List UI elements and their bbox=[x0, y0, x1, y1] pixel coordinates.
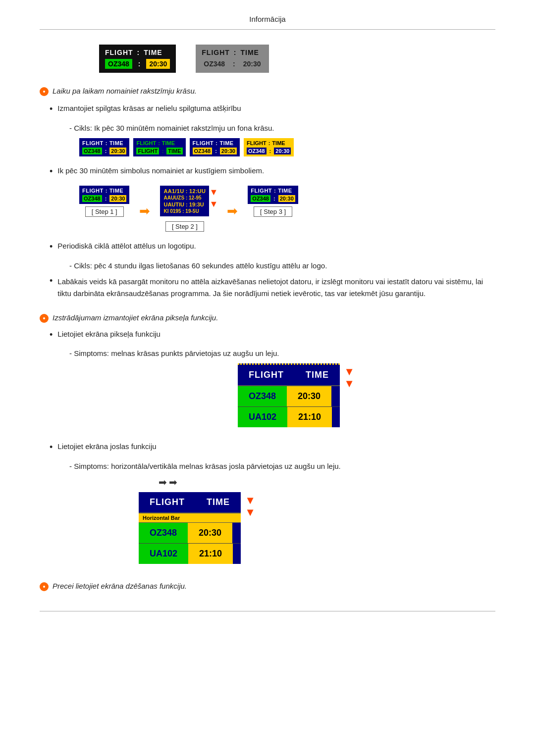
step1-oz: OZ348 bbox=[82, 195, 102, 202]
pixel-hdr-flight: FLIGHT bbox=[238, 365, 295, 385]
c4-d2: 20:30 bbox=[274, 148, 291, 154]
step2-row2: AAUUZS : 12-95 bbox=[163, 195, 206, 201]
step1-t: 20:30 bbox=[109, 195, 126, 202]
c2-d2: TIME bbox=[166, 148, 182, 154]
c1-h2: TIME bbox=[109, 140, 123, 146]
arr1: ➡ bbox=[159, 476, 167, 488]
fd-dark-flight-label: FLIGHT bbox=[105, 49, 133, 56]
step2-label: [ Step 2 ] bbox=[165, 221, 204, 232]
fd-dark-colon: : bbox=[137, 49, 140, 56]
step2-row1: AA1/1U : 12:UU bbox=[163, 188, 206, 194]
pixel-ua: UA102 bbox=[238, 407, 287, 427]
notice-1-text: Laiku pa laikam nomainiet rakstzīmju krā… bbox=[53, 87, 197, 95]
pixel-oz: OZ348 bbox=[238, 386, 287, 406]
hbar-t: 20:30 bbox=[188, 523, 232, 543]
bullet-1-text: Izmantojiet spilgtas krāsas ar nelielu s… bbox=[57, 104, 241, 112]
notice-3-text: Precei lietojiet ekrāna dzēšanas funkcij… bbox=[53, 582, 187, 590]
step-3-box: FLIGHT : TIME OZ348 : 20:30 [ Step 3 ] bbox=[248, 186, 298, 217]
pixel-t2: 21:10 bbox=[287, 407, 332, 427]
c3-d2: 20:30 bbox=[220, 148, 237, 154]
cycle-fd-2: FLIGHT:TIME FLIGHT : TIME bbox=[133, 138, 185, 156]
fd-gray-flight-num: OZ348 bbox=[202, 59, 227, 69]
c1-h1: FLIGHT bbox=[82, 140, 104, 146]
hbar-section: ▼ ▼ FLIGHT TIME Horizontal Bar OZ348 20:… bbox=[139, 492, 241, 564]
page-divider bbox=[40, 611, 495, 611]
pixel-hdr-time: TIME bbox=[295, 365, 340, 385]
step-2-box: AA1/1U : 12:UU AAUUZS : 12-95 UAUTIU : 1… bbox=[160, 186, 209, 232]
c1-d2: 20:30 bbox=[109, 148, 126, 154]
arrow-pair: ➡ ➡ bbox=[40, 476, 495, 488]
sub-text-5: - Simptoms: melnas krāsas punkts pārviet… bbox=[40, 349, 495, 357]
step2-display: AA1/1U : 12:UU AAUUZS : 12-95 UAUTIU : 1… bbox=[160, 186, 209, 216]
step2-row4: KI 0195 : 19-5U bbox=[163, 208, 206, 214]
fd-gray-time-label: TIME bbox=[241, 49, 259, 56]
notice-icon-1 bbox=[40, 87, 49, 96]
hbar-t2: 21:10 bbox=[188, 544, 233, 564]
step-arrow-2: ➡ bbox=[227, 204, 238, 217]
step-arrow-1: ➡ bbox=[139, 204, 150, 217]
fd-gray-time-val: 20:30 bbox=[241, 59, 263, 69]
pixel-section: ▼ ▼ FLIGHT TIME OZ348 20:30 UA102 21:10 bbox=[139, 363, 340, 427]
pixel-t: 20:30 bbox=[287, 386, 331, 406]
page-header: Informācija bbox=[40, 15, 495, 30]
bullet-6-text: Lietojiet ekrāna joslas funkciju bbox=[57, 442, 156, 451]
cycle-fd-3: FLIGHT : TIME OZ348 : 20:30 bbox=[190, 138, 240, 156]
hbar-ua: UA102 bbox=[139, 544, 188, 564]
bullet-3-text: Periodiskā ciklā attēlot attēlus un logo… bbox=[57, 242, 196, 250]
fd-dark-time-label: TIME bbox=[144, 49, 162, 56]
c2-d1: FLIGHT bbox=[136, 148, 159, 154]
step3-label: [ Step 3 ] bbox=[254, 206, 292, 217]
notice-icon-3 bbox=[40, 582, 49, 591]
fd-gray-flight-label: FLIGHT bbox=[202, 49, 230, 56]
pixel-arrows: ▼ ▼ bbox=[344, 366, 355, 389]
fd-dark-flight-num: OZ348 bbox=[105, 59, 132, 69]
hbar-fd: FLIGHT TIME Horizontal Bar OZ348 20:30 U… bbox=[139, 492, 241, 564]
flight-display-dark: FLIGHT : TIME OZ348 : 20:30 bbox=[99, 45, 176, 73]
notice-1: Laiku pa laikam nomainiet rakstzīmju krā… bbox=[40, 87, 495, 96]
bullet-item-2: Ik pēc 30 minūtēm simbolus nomainiet ar … bbox=[40, 166, 495, 177]
bullet-item-1: Izmantojiet spilgtas krāsas ar nelielu s… bbox=[40, 104, 495, 115]
fd-gray-colon: : bbox=[234, 49, 237, 56]
arr2: ➡ bbox=[169, 476, 177, 488]
fd-dark-time-val: 20:30 bbox=[146, 59, 170, 69]
bullet-item-6: Lietojiet ekrāna joslas funkciju bbox=[40, 442, 495, 453]
step2-row3: UAUTIU : 19:3U bbox=[163, 202, 206, 207]
top-examples: FLIGHT : TIME OZ348 : 20:30 FLIGHT : TIM… bbox=[40, 45, 495, 73]
step2-arrow-down2: ▼ bbox=[210, 200, 218, 208]
bullet-2-text: Ik pēc 30 minūtēm simbolus nomainiet ar … bbox=[57, 166, 264, 175]
bullet-item-3: Periodiskā ciklā attēlot attēlus un logo… bbox=[40, 242, 495, 252]
sub-text-6: - Simptoms: horizontāla/vertikāla melnas… bbox=[40, 462, 495, 470]
cycle-fd-1: FLIGHT : TIME OZ348 : 20:30 bbox=[79, 138, 129, 156]
step1-display: FLIGHT : TIME OZ348 : 20:30 bbox=[79, 186, 129, 204]
hbar-sub-label: Horizontal Bar bbox=[139, 513, 241, 522]
c3-d1: OZ348 bbox=[193, 148, 213, 154]
bullet-item-4: Labākais veids kā pasargāt monitoru no a… bbox=[40, 276, 495, 304]
step-1-box: FLIGHT : TIME OZ348 : 20:30 [ Step 1 ] bbox=[79, 186, 129, 217]
fd-gray-t-colon: : bbox=[231, 59, 237, 69]
c4-d1: OZ348 bbox=[247, 148, 267, 154]
notice-3: Precei lietojiet ekrāna dzēšanas funkcij… bbox=[40, 582, 495, 591]
step3-t: 20:30 bbox=[278, 195, 295, 202]
step1-label: [ Step 1 ] bbox=[85, 206, 124, 217]
sub-text-3: - Cikls: pēc 4 stundu ilgas lietošanas 6… bbox=[40, 261, 495, 270]
hbar-hdr-flight: FLIGHT bbox=[139, 492, 196, 512]
step3-display: FLIGHT : TIME OZ348 : 20:30 bbox=[248, 186, 298, 204]
notice-2: Izstrādājumam izmantojiet ekrāna pikseļa… bbox=[40, 313, 495, 323]
cycle-fd-4: FLIGHT : TIME OZ348 : 20:30 bbox=[244, 138, 294, 156]
bullet-4-text: Labākais veids kā pasargāt monitoru no a… bbox=[57, 276, 495, 300]
hbar-oz: OZ348 bbox=[139, 523, 188, 543]
cycle-strip: FLIGHT : TIME OZ348 : 20:30 FLIGHT:TIME … bbox=[40, 138, 495, 156]
bullet-item-5: Lietojiet ekrāna pikseļa funkciju bbox=[40, 330, 495, 341]
page-title: Informācija bbox=[249, 15, 285, 23]
c1-d1: OZ348 bbox=[82, 148, 102, 154]
flight-display-gray: FLIGHT : TIME OZ348 : 20:30 bbox=[196, 45, 268, 73]
step-strip: FLIGHT : TIME OZ348 : 20:30 [ Step 1 ] ➡… bbox=[40, 186, 495, 232]
hbar-hdr-time: TIME bbox=[196, 492, 241, 512]
step2-arrow-down: ▼ bbox=[210, 188, 218, 197]
bullet-5-text: Lietojiet ekrāna pikseļa funkciju bbox=[57, 330, 160, 338]
sub-text-1: - Cikls: Ik pēc 30 minūtēm nomainiet rak… bbox=[40, 124, 495, 132]
notice-icon-2 bbox=[40, 314, 49, 323]
hbar-arrows: ▼ ▼ bbox=[245, 495, 256, 518]
notice-2-text: Izstrādājumam izmantojiet ekrāna pikseļa… bbox=[53, 313, 218, 322]
pixel-fd: FLIGHT TIME OZ348 20:30 UA102 21:10 bbox=[238, 363, 340, 427]
